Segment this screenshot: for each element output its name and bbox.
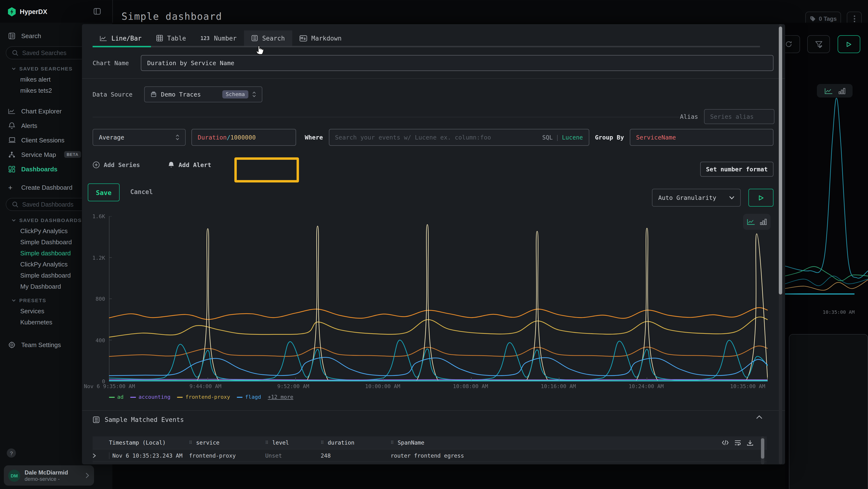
filter-edit-button[interactable] (807, 35, 830, 53)
add-series-button[interactable]: Add Series (93, 161, 140, 169)
add-alert-button[interactable]: Add Alert (168, 161, 211, 169)
tab-line-bar[interactable]: Line/Bar (93, 30, 149, 46)
wrap-text-icon[interactable] (735, 439, 741, 445)
data-source-select[interactable]: Demo Traces Schema (144, 86, 262, 102)
sidebar-item-label: Alerts (21, 122, 37, 129)
run-query-button[interactable] (838, 35, 860, 53)
legend-item[interactable]: accounting (130, 394, 170, 400)
play-icon (758, 195, 764, 201)
tab-search[interactable]: Search (244, 30, 292, 46)
x-tick-label: 9:44:00 AM (189, 383, 221, 390)
where-placeholder: Search your events w/ Lucene ex. column:… (335, 134, 491, 141)
cancel-button[interactable]: Cancel (130, 188, 153, 196)
legend-item[interactable]: ad (109, 394, 124, 400)
group-by-label: Group By (595, 134, 624, 141)
table-row[interactable]: Nov 6 10:35:23.243 AMfrontend-proxyUnset… (93, 450, 767, 462)
search-icon (12, 50, 18, 56)
alias-label: Alias (680, 113, 698, 120)
user-name: Dale McDiarmid (25, 469, 68, 476)
column-header-label: duration (328, 439, 354, 446)
kebab-icon (853, 15, 855, 23)
code-icon[interactable] (722, 439, 728, 445)
drag-handle-icon[interactable]: ⠿ (189, 440, 193, 445)
where-label: Where (305, 134, 323, 141)
save-button[interactable]: Save (88, 183, 120, 201)
chevron-down-icon (11, 66, 16, 71)
tags-label: 0 Tags (819, 15, 837, 22)
sidebar-item-label: Client Sessions (21, 136, 64, 144)
markdown-icon (299, 35, 307, 41)
column-header-spanname[interactable]: ⠿SpanName (391, 439, 722, 446)
underlying-dashboard: 10:35:00 AM (785, 23, 868, 489)
chart-legend: adaccountingfrontend-proxyflagd+12 more (109, 394, 293, 400)
column-header-service[interactable]: ⠿service (189, 439, 265, 446)
column-header-level[interactable]: ⠿level (265, 439, 321, 446)
123-icon: 123 (200, 35, 210, 41)
group-by-input[interactable]: ServiceName (630, 129, 774, 146)
list-icon (251, 35, 258, 41)
brand-name: HyperDX (20, 8, 47, 16)
mini-series-green-wave (785, 266, 868, 281)
drag-handle-icon[interactable]: ⠿ (321, 440, 324, 445)
search-icon (12, 201, 18, 207)
tab-label: Markdown (311, 34, 341, 42)
brand[interactable]: HyperDX (8, 7, 47, 17)
tab-table[interactable]: Table (149, 30, 193, 46)
modal-run-button[interactable] (748, 189, 774, 207)
granularity-select[interactable]: Auto Granularity (652, 189, 741, 207)
x-tick-label: 9:52:00 AM (277, 383, 309, 390)
chart-name-input[interactable]: Duration by Service Name (141, 55, 774, 71)
series-flagd (109, 357, 768, 376)
table-header-icons (722, 439, 753, 446)
x-tick-label: 10:00:00 AM (365, 383, 400, 390)
tab-markdown[interactable]: Markdown (292, 30, 349, 46)
cell-timestamp: Nov 6 10:35:23.243 AM (109, 452, 189, 459)
table-row[interactable]: Nov 6 10:35:23.243 AMfrontend-proxyUnset… (93, 462, 767, 464)
table-scrollbar-thumb[interactable] (761, 438, 764, 459)
sidebar-toggle-icon[interactable] (94, 8, 101, 15)
row-expander[interactable] (93, 453, 109, 458)
column-header-duration[interactable]: ⠿duration (321, 439, 391, 446)
legend-swatch (130, 397, 136, 398)
legend-label: accounting (138, 394, 170, 400)
set-number-format-button[interactable]: Set number format (700, 162, 774, 177)
y-tick-label: 400 (86, 337, 105, 343)
help-button[interactable]: ? (7, 449, 16, 458)
legend-more-link[interactable]: +12 more (268, 394, 293, 400)
database-icon (151, 91, 157, 97)
main-chart[interactable] (109, 216, 768, 381)
plus-icon: + (8, 184, 16, 192)
drag-handle-icon[interactable]: ⠿ (391, 440, 394, 445)
field-expression-input[interactable]: Duration/1000000 (191, 129, 296, 146)
column-header-label: SpanName (398, 439, 424, 446)
chevron-down-icon (11, 218, 16, 222)
mini-series-tan-wave (785, 280, 868, 290)
sidebar-item-label: Service Map (21, 151, 56, 158)
download-icon[interactable] (747, 439, 753, 446)
chart-line-icon (100, 34, 107, 42)
where-search-input[interactable]: Search your events w/ Lucene ex. column:… (329, 129, 589, 146)
column-header-label: level (272, 439, 289, 446)
tab-number[interactable]: 123Number (193, 30, 244, 46)
bell-icon (168, 161, 175, 169)
collapse-events-button[interactable] (756, 415, 763, 419)
user-card[interactable]: DM Dale McDiarmid demo-service - (4, 465, 94, 486)
alias-input[interactable]: Series alias (704, 109, 774, 124)
cell-duration: 248 (321, 452, 391, 459)
legend-item[interactable]: flagd (237, 394, 261, 400)
language-switch[interactable]: SQL | Lucene (542, 134, 583, 141)
x-tick-label: 10:08:00 AM (453, 383, 488, 390)
mini-x-tick-label: 10:35:00 AM (823, 310, 855, 315)
column-header-timestamp-local-[interactable]: Timestamp (Local) (109, 439, 189, 446)
column-header-label: service (196, 439, 219, 446)
schema-badge: Schema (222, 90, 248, 98)
mini-series-teal-peak (785, 98, 868, 278)
legend-item[interactable]: frontend-proxy (177, 394, 230, 400)
avatar: DM (8, 469, 20, 482)
play-icon (846, 41, 851, 47)
chevron-right-icon (85, 472, 89, 479)
drag-handle-icon[interactable]: ⠿ (265, 440, 269, 445)
modal-scrollbar-thumb[interactable] (779, 27, 782, 294)
aggregation-select[interactable]: Average (93, 129, 186, 146)
list-icon (93, 416, 100, 423)
